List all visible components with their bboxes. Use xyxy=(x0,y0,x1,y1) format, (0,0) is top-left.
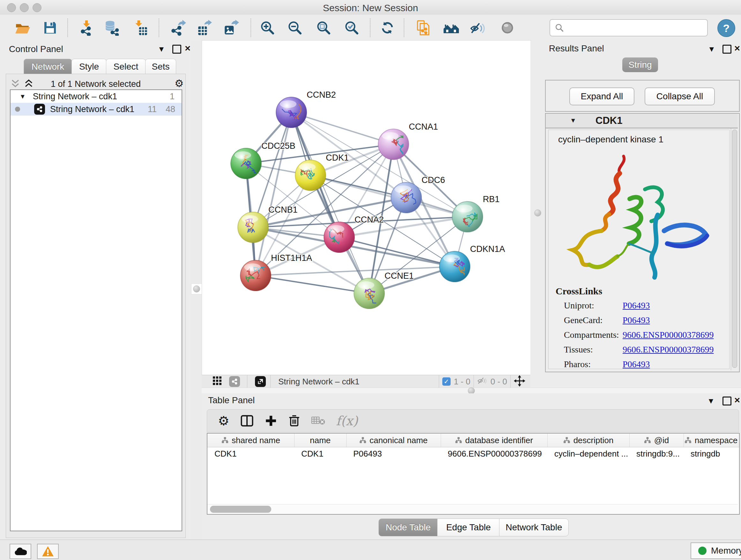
network-view-title: String Network – cdk1 xyxy=(278,377,359,387)
tab-network-table[interactable]: Network Table xyxy=(499,518,569,537)
function-builder-icon[interactable]: f(x) xyxy=(336,414,358,428)
birdseye-icon[interactable] xyxy=(498,19,516,37)
network-edge[interactable] xyxy=(291,112,369,294)
table-row[interactable]: CDK1 CDK1 P06493 9606.ENSP00000378699 cy… xyxy=(207,447,739,460)
table-settings-gear-icon[interactable]: ⚙ xyxy=(218,414,229,428)
save-session-icon[interactable] xyxy=(41,19,59,37)
network-node-HIST1H1A[interactable]: HIST1H1A xyxy=(240,253,312,291)
expand-all-button[interactable]: Expand All xyxy=(569,87,634,105)
tab-select[interactable]: Select xyxy=(106,59,146,74)
tab-sets[interactable]: Sets xyxy=(145,59,176,74)
delete-column-icon[interactable] xyxy=(288,414,300,428)
import-table-icon[interactable] xyxy=(132,19,150,37)
import-network-icon[interactable] xyxy=(78,19,96,37)
splitter-handle[interactable] xyxy=(534,209,541,216)
warning-button[interactable] xyxy=(37,544,59,559)
results-scrollbar[interactable] xyxy=(731,128,738,370)
export-image-icon[interactable] xyxy=(222,19,240,37)
zoom-in-icon[interactable] xyxy=(259,19,276,37)
birdseye-toggle-icon[interactable] xyxy=(514,375,525,388)
show-all-networks-icon[interactable] xyxy=(442,19,460,37)
results-panel-float-icon[interactable] xyxy=(723,45,731,54)
network-node-CCNB1[interactable]: CCNB1 xyxy=(238,205,298,243)
hidden-eye-icon[interactable] xyxy=(477,377,488,386)
table-panel-float-icon[interactable] xyxy=(723,396,731,406)
horizontal-splitter[interactable] xyxy=(202,388,741,394)
search-input[interactable] xyxy=(567,21,707,35)
protein-collapse-icon[interactable]: ▼ xyxy=(570,117,576,124)
column-header[interactable]: namespace xyxy=(684,434,738,447)
memory-button[interactable]: Memory xyxy=(690,543,741,559)
protein-description: cyclin–dependent kinase 1 xyxy=(558,134,664,145)
vertical-splitter-right[interactable] xyxy=(530,41,545,388)
control-panel-menu-icon[interactable]: ▼ xyxy=(158,45,165,54)
refresh-icon[interactable] xyxy=(379,19,396,37)
network-node-CCNE1[interactable]: CCNE1 xyxy=(354,271,414,309)
network-node-CCNA1[interactable]: CCNA1 xyxy=(378,122,438,160)
export-table-icon[interactable] xyxy=(195,19,213,37)
results-scrollbar-thumb[interactable] xyxy=(732,130,737,368)
crosslink-genecard-link[interactable]: P06493 xyxy=(623,315,650,325)
tab-style[interactable]: Style xyxy=(71,59,107,74)
network-node-CDK1[interactable]: CDK1 xyxy=(295,153,349,191)
network-node-RB1[interactable]: RB1 xyxy=(452,194,500,232)
results-panel-close-icon[interactable]: ✕ xyxy=(734,44,740,53)
zoom-selected-icon[interactable] xyxy=(343,19,360,37)
open-file-icon[interactable] xyxy=(13,19,31,37)
tab-node-table[interactable]: Node Table xyxy=(379,518,438,537)
network-edge[interactable] xyxy=(256,112,291,275)
export-network-icon[interactable] xyxy=(169,19,187,37)
table-horizontal-scrollbar[interactable] xyxy=(207,504,738,514)
network-node-CCNB2[interactable]: CCNB2 xyxy=(276,90,336,128)
table-panel-menu-icon[interactable]: ▼ xyxy=(707,396,715,406)
splitter-handle[interactable] xyxy=(193,286,200,293)
tab-edge-table[interactable]: Edge Table xyxy=(437,518,500,537)
column-header[interactable]: @id xyxy=(629,434,684,447)
column-header[interactable]: database identifier xyxy=(441,434,548,447)
column-type-icon xyxy=(221,437,228,444)
results-panel-menu-icon[interactable]: ▼ xyxy=(708,45,716,54)
zoom-fit-icon[interactable] xyxy=(315,19,333,37)
show-columns-icon[interactable] xyxy=(240,415,254,427)
network-options-gear-icon[interactable]: ⚙ xyxy=(175,77,184,89)
delete-table-icon[interactable] xyxy=(311,415,325,426)
crosslink-pharos-link[interactable]: P06493 xyxy=(623,359,650,369)
table-scrollbar-thumb[interactable] xyxy=(210,506,271,513)
column-header[interactable]: shared name xyxy=(207,434,294,447)
network-row-selected[interactable]: String Network – cdk1 11 48 xyxy=(10,103,182,116)
control-panel-float-icon[interactable] xyxy=(172,45,181,54)
divider xyxy=(474,375,474,388)
control-panel-close-icon[interactable]: ✕ xyxy=(185,44,191,53)
zoom-out-icon[interactable] xyxy=(286,19,304,37)
toggle-hide-icon[interactable] xyxy=(469,19,487,37)
network-collection-row[interactable]: ▼ String Network – cdk1 1 xyxy=(10,90,182,103)
cloud-button[interactable] xyxy=(10,544,31,559)
table-panel-close-icon[interactable]: ✕ xyxy=(734,396,740,405)
window-title-bar: Session: New Session xyxy=(0,0,741,15)
network-badge-icon[interactable] xyxy=(229,376,240,387)
selected-checkbox-icon[interactable]: ✓ xyxy=(442,377,451,386)
copy-network-icon[interactable] xyxy=(414,19,432,37)
import-network-database-icon[interactable] xyxy=(103,19,121,37)
network-node-CDC25B[interactable]: CDC25B xyxy=(231,141,295,179)
crosslink-compartments-link[interactable]: 9606.ENSP00000378699 xyxy=(623,330,714,340)
add-column-icon[interactable] xyxy=(265,415,277,427)
network-node-CDKN1A[interactable]: CDKN1A xyxy=(440,244,505,282)
tab-string[interactable]: String xyxy=(622,57,658,72)
crosslink-uniprot-link[interactable]: P06493 xyxy=(623,300,650,311)
vertical-splitter-left[interactable] xyxy=(191,41,202,540)
collapse-all-button[interactable]: Collapse All xyxy=(645,87,715,105)
column-header[interactable]: name xyxy=(294,434,347,447)
node-label: CCNE1 xyxy=(385,271,414,281)
crosslink-tissues-link[interactable]: 9606.ENSP00000378699 xyxy=(623,345,714,355)
grid-view-icon[interactable] xyxy=(212,376,222,387)
collection-expand-icon[interactable]: ▼ xyxy=(19,93,26,100)
network-edge[interactable] xyxy=(291,112,394,144)
node-label: RB1 xyxy=(483,194,500,204)
detach-view-icon[interactable] xyxy=(255,376,266,387)
tab-network[interactable]: Network xyxy=(23,59,72,74)
help-icon[interactable]: ? xyxy=(718,19,735,37)
column-header[interactable]: canonical name xyxy=(346,434,441,447)
column-header[interactable]: description xyxy=(547,434,630,447)
network-canvas[interactable]: CCNB2CCNA1CDC25BCDK1CDC6RB1CCNB1CCNA2CDK… xyxy=(202,40,531,375)
